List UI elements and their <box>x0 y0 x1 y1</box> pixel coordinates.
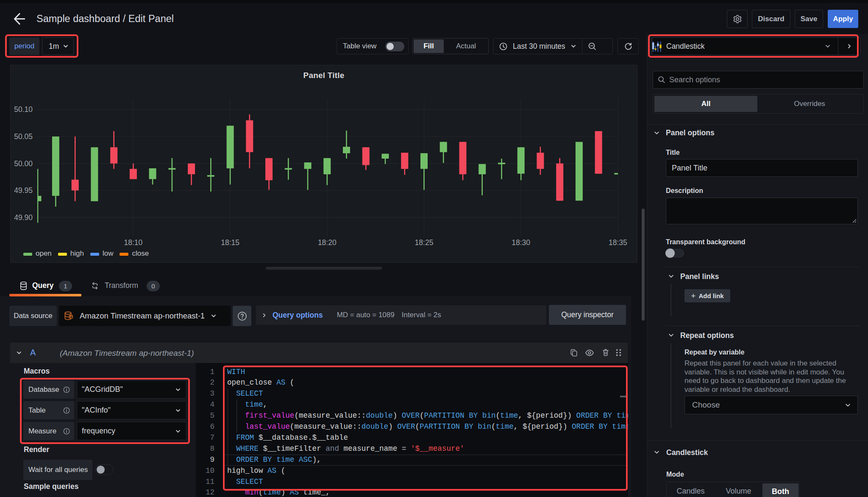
svg-text:50.05: 50.05 <box>14 132 33 140</box>
svg-text:50.00: 50.00 <box>14 159 33 168</box>
svg-text:49.95: 49.95 <box>14 186 33 195</box>
svg-text:18:35: 18:35 <box>609 238 627 246</box>
svg-text:18:30: 18:30 <box>512 238 530 246</box>
svg-text:18:15: 18:15 <box>221 238 239 246</box>
svg-text:49.90: 49.90 <box>14 213 33 221</box>
svg-text:18:10: 18:10 <box>124 238 143 246</box>
svg-text:50.10: 50.10 <box>14 105 33 114</box>
svg-text:18:20: 18:20 <box>318 238 337 246</box>
svg-text:18:25: 18:25 <box>415 238 434 246</box>
